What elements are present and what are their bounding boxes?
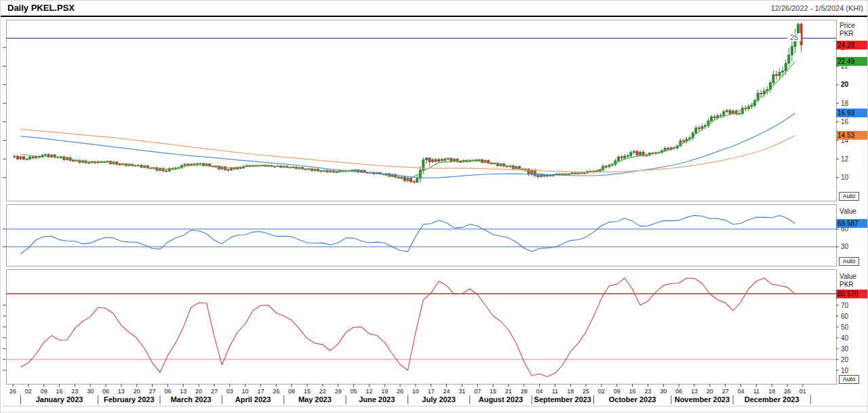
x-axis-day-label: 25 bbox=[583, 388, 589, 395]
x-axis-day-label: 11 bbox=[753, 388, 760, 395]
x-axis-day-label: 26 bbox=[784, 388, 791, 395]
axis-tick-label: 16 bbox=[841, 118, 849, 125]
osc-axis-unit: PKR bbox=[840, 281, 854, 288]
x-axis-month-label: November 2023 bbox=[675, 395, 730, 404]
x-axis-day-label: 02 bbox=[25, 388, 32, 395]
x-axis-month-label: May 2023 bbox=[298, 395, 332, 404]
x-axis-day-label: 09 bbox=[614, 388, 620, 395]
x-axis-day-label: 08 bbox=[288, 388, 295, 395]
axis-tick-label: 50 bbox=[841, 323, 849, 331]
ma-slow-value-badge: 14.53 bbox=[836, 131, 868, 140]
x-axis-day-label: 17 bbox=[428, 388, 435, 395]
x-axis-day-label: 18 bbox=[768, 388, 775, 395]
x-axis-day-label: 29 bbox=[335, 388, 342, 395]
x-axis-day-label: 13 bbox=[118, 388, 125, 395]
axis-tick-label: 70 bbox=[841, 302, 849, 309]
axis-tick-label: 18 bbox=[841, 100, 849, 107]
x-axis-day-label: 23 bbox=[71, 388, 78, 395]
x-axis-day-label: 10 bbox=[242, 388, 249, 395]
trading-chart-window: 2422201816141210603070605040302010260209… bbox=[0, 0, 868, 413]
ma-fast-value-badge: 22.49 bbox=[836, 57, 868, 66]
x-axis-day-label: 20 bbox=[707, 388, 713, 395]
x-axis-day-label: 30 bbox=[660, 388, 667, 395]
x-axis-day-label: 27 bbox=[722, 388, 729, 395]
x-axis-day-label: 20 bbox=[134, 388, 140, 395]
x-axis-day-label: 05 bbox=[350, 388, 357, 395]
axis-tick-label: 30 bbox=[841, 243, 849, 250]
x-axis-day-label: 09 bbox=[41, 388, 47, 395]
x-axis-day-label: 18 bbox=[567, 388, 574, 395]
chart-header: Daily PKEL.PSX 12/26/2022 - 1/5/2024 (KH… bbox=[1, 1, 867, 17]
x-axis-day-label: 11 bbox=[552, 388, 558, 395]
osc-value-badge: 80.570 bbox=[836, 290, 868, 298]
price-axis-unit: PKR bbox=[840, 30, 854, 37]
x-axis-day-label: 27 bbox=[149, 388, 156, 395]
x-axis-day-label: 27 bbox=[211, 388, 218, 395]
x-axis-month-label: December 2023 bbox=[745, 395, 800, 404]
price-axis-title: Price bbox=[840, 22, 855, 29]
x-axis-day-label: 13 bbox=[180, 388, 186, 395]
x-axis-day-label: 31 bbox=[458, 388, 465, 395]
x-axis-day-label: 15 bbox=[490, 388, 496, 395]
axis-tick-label: 20 bbox=[841, 356, 849, 363]
x-axis-month-label: March 2023 bbox=[171, 395, 212, 404]
axis-tick-label: 60 bbox=[841, 313, 849, 320]
x-axis-day-label: 22 bbox=[319, 388, 326, 395]
x-axis-day-label: 07 bbox=[474, 388, 481, 395]
x-axis-month-label: October 2023 bbox=[609, 395, 656, 404]
osc-axis-auto-button[interactable]: Auto bbox=[839, 375, 859, 384]
chart-title: Daily PKEL.PSX bbox=[7, 3, 75, 13]
x-axis-month-label: July 2023 bbox=[422, 395, 456, 404]
x-axis-day-label: 26 bbox=[273, 388, 279, 395]
x-axis-day-label: 30 bbox=[87, 388, 94, 395]
osc-axis-title: Value bbox=[840, 273, 856, 280]
ma-medium-value-badge: 16.93 bbox=[836, 109, 868, 117]
x-axis-day-label: 10 bbox=[412, 388, 419, 395]
x-axis-day-label: 02 bbox=[598, 388, 605, 395]
x-axis-day-label: 20 bbox=[195, 388, 202, 395]
x-axis-day-label: 06 bbox=[164, 388, 171, 395]
x-axis-day-label: 21 bbox=[505, 388, 512, 395]
x-axis-day-label: 19 bbox=[381, 388, 388, 395]
axis-tick-label: 40 bbox=[841, 334, 849, 342]
x-axis-month-label: April 2023 bbox=[235, 395, 271, 404]
x-axis-day-label: 06 bbox=[675, 388, 682, 395]
x-axis-day-label: 12 bbox=[366, 388, 372, 395]
x-axis-day-label: 15 bbox=[304, 388, 311, 395]
date-range-label: 12/26/2022 - 1/5/2024 (KHI) bbox=[771, 4, 863, 12]
axis-tick-label: 12 bbox=[841, 155, 849, 163]
x-axis-day-label: 04 bbox=[737, 388, 744, 395]
x-axis-day-label: 13 bbox=[691, 388, 698, 395]
x-axis-day-label: 01 bbox=[800, 388, 806, 395]
x-axis-day-label: 06 bbox=[102, 388, 109, 395]
x-axis-day-label: 17 bbox=[257, 388, 264, 395]
x-axis-day-label: 24 bbox=[443, 388, 450, 395]
x-axis-day-label: 04 bbox=[536, 388, 543, 395]
x-axis-month-label: June 2023 bbox=[359, 395, 395, 404]
chart-plot-area[interactable]: 2422201816141210603070605040302010260209… bbox=[1, 1, 868, 413]
x-axis-month-label: February 2023 bbox=[104, 395, 155, 404]
price-axis-auto-button[interactable]: Auto bbox=[839, 192, 859, 201]
x-axis-month-label: September 2023 bbox=[534, 395, 591, 404]
axis-tick-label: 30 bbox=[841, 345, 849, 353]
x-axis-day-label: 03 bbox=[226, 388, 233, 395]
x-axis-month-label: January 2023 bbox=[36, 395, 83, 404]
x-axis-day-label: 26 bbox=[397, 388, 403, 395]
x-axis-day-label: 26 bbox=[9, 388, 16, 395]
x-axis-month-label: August 2023 bbox=[479, 395, 523, 404]
rsi-axis-auto-button[interactable]: Auto bbox=[839, 257, 859, 266]
axis-tick-label: 20 bbox=[841, 81, 849, 88]
x-axis-day-label: 28 bbox=[521, 388, 528, 395]
x-axis-day-label: 16 bbox=[629, 388, 636, 395]
price-hline-label: 25 bbox=[787, 33, 801, 41]
x-axis-day-label: 16 bbox=[56, 388, 63, 395]
rsi-value-badge: 69.587 bbox=[836, 219, 868, 228]
x-axis-day-label: 23 bbox=[644, 388, 651, 395]
last-price-badge: 24.28 bbox=[836, 41, 868, 50]
axis-tick-label: 10 bbox=[841, 367, 849, 374]
rsi-axis-title: Value bbox=[840, 208, 856, 215]
axis-tick-label: 10 bbox=[841, 174, 849, 181]
